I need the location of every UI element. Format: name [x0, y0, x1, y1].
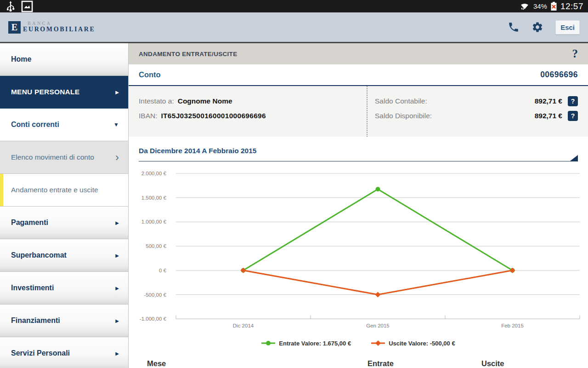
arrow-right-icon: ▶: [115, 220, 119, 225]
logo-euromobiliare-text: EUROMOBILIARE: [23, 26, 95, 33]
sidebar-item-label: Conti correnti: [11, 121, 59, 129]
sidebar-item-andamento-entrate-e-uscite[interactable]: Andamento entrate e uscite: [0, 174, 128, 207]
saldo-disponibile-label: Saldo Disponibile:: [375, 112, 535, 120]
period-divider: [139, 155, 578, 161]
svg-text:1.000,00 €: 1.000,00 €: [141, 219, 167, 224]
sidebar-item-menu-personale[interactable]: MENU PERSONALE▶: [0, 76, 128, 109]
sidebar-item-label: Home: [11, 55, 31, 63]
column-header-uscite: Uscite: [481, 359, 504, 368]
svg-text:-500,00 €: -500,00 €: [144, 292, 166, 298]
saldo-contabile-help-icon[interactable]: ?: [568, 96, 578, 106]
account-row: Conto 00696696: [129, 64, 588, 86]
logout-button[interactable]: Esci: [555, 20, 580, 34]
sidebar-item-finanziamenti[interactable]: Finanziamenti▶: [0, 305, 128, 337]
arrow-right-icon: ▶: [115, 253, 119, 258]
phone-icon[interactable]: [508, 21, 520, 33]
legend-item-uscite: Uscite Valore: -500,00 €: [371, 339, 455, 347]
account-label: Conto: [139, 70, 161, 79]
sidebar-item-label: MENU PERSONALE: [11, 88, 79, 96]
arrow-right-icon: ▶: [115, 318, 119, 323]
chart-legend: Entrate Valore: 1.675,00 €Uscite Valore:…: [129, 339, 588, 347]
saldo-disponibile-value: 892,71 €: [535, 112, 562, 120]
arrow-right-icon: ▶: [115, 90, 119, 95]
sidebar-item-home[interactable]: Home: [0, 43, 128, 76]
arrow-right-icon: ▶: [115, 351, 119, 356]
svg-text:500,00 €: 500,00 €: [146, 243, 166, 249]
period-section: Da Dicembre 2014 A Febbraio 2015: [129, 137, 588, 161]
screenshot-icon: [21, 0, 33, 12]
svg-text:1.500,00 €: 1.500,00 €: [141, 195, 167, 201]
legend-label: Entrate Valore: 1.675,00 €: [279, 340, 351, 347]
holder-label: Intestato a:: [139, 97, 174, 105]
saldo-disponibile-help-icon[interactable]: ?: [568, 111, 578, 121]
status-bar: 34% 12:57: [0, 0, 588, 12]
battery-percent: 34%: [533, 2, 547, 10]
svg-text:0 €: 0 €: [159, 268, 167, 273]
bank-logo: E BANCA EUROMOBILIARE: [8, 21, 95, 34]
sidebar-item-superbancomat[interactable]: Superbancomat▶: [0, 239, 128, 272]
logo-letter: E: [8, 21, 21, 34]
period-title[interactable]: Da Dicembre 2014 A Febbraio 2015: [139, 147, 578, 155]
svg-text:Gen 2015: Gen 2015: [366, 323, 390, 328]
sidebar-item-label: Servizi Personali: [11, 349, 70, 357]
sidebar-item-elenco-movimenti-di-conto[interactable]: Elenco movimenti di conto›: [0, 141, 128, 174]
sidebar: HomeMENU PERSONALE▶Conti correnti▼Elenco…: [0, 43, 129, 368]
balances-column: Saldo Contabile: 892,71 € ? Saldo Dispon…: [367, 86, 588, 137]
svg-text:2.000,00 €: 2.000,00 €: [141, 171, 167, 176]
sidebar-item-label: Superbancomat: [11, 251, 67, 259]
app-header: E BANCA EUROMOBILIARE Esci: [0, 12, 588, 42]
sidebar-item-label: Investimenti: [11, 284, 54, 292]
section-title-bar: ANDAMENTO ENTRATE/USCITE ?: [129, 43, 588, 64]
page-title: ANDAMENTO ENTRATE/USCITE: [139, 51, 237, 58]
column-header-entrate: Entrate: [368, 359, 394, 368]
line-chart[interactable]: 2.000,00 €1.500,00 €1.000,00 €500,00 €0 …: [129, 161, 588, 336]
wifi-icon: [519, 2, 530, 11]
clock: 12:57: [560, 1, 583, 12]
usb-icon: [5, 0, 17, 12]
screen: 34% 12:57 E BANCA EUROMOBILIARE Esc: [0, 0, 588, 368]
sidebar-item-label: Finanziamenti: [11, 316, 60, 325]
collapse-triangle-icon[interactable]: [570, 155, 578, 161]
chevron-down-icon: ▼: [113, 121, 119, 128]
svg-text:Dic 2014: Dic 2014: [233, 323, 254, 328]
sidebar-item-pagamenti[interactable]: Pagamenti▶: [0, 207, 128, 239]
legend-marker-circle-icon: [261, 340, 275, 346]
help-icon[interactable]: ?: [572, 47, 578, 60]
selected-indicator: [0, 174, 3, 206]
sidebar-item-label: Pagamenti: [11, 218, 48, 227]
sidebar-item-servizi-personali[interactable]: Servizi Personali▶: [0, 337, 128, 368]
iban-value: IT65J032500160001000696696: [161, 112, 266, 120]
saldo-contabile-value: 892,71 €: [535, 97, 562, 105]
svg-text:Feb 2015: Feb 2015: [501, 323, 524, 328]
legend-label: Uscite Valore: -500,00 €: [389, 340, 455, 347]
chart-area[interactable]: 2.000,00 €1.500,00 €1.000,00 €500,00 €0 …: [129, 161, 588, 336]
iban-label: IBAN:: [139, 112, 157, 120]
legend-marker-diamond-icon: [371, 340, 385, 346]
settings-gear-icon[interactable]: [531, 21, 543, 33]
saldo-contabile-label: Saldo Contabile:: [375, 97, 535, 105]
holder-name: Cognome Nome: [178, 97, 232, 105]
sidebar-item-investimenti[interactable]: Investimenti▶: [0, 272, 128, 305]
sidebar-item-label: Andamento entrate e uscite: [11, 186, 98, 194]
battery-icon: [550, 1, 557, 11]
svg-text:-1.000,00 €: -1.000,00 €: [140, 316, 167, 322]
sidebar-item-conti-correnti[interactable]: Conti correnti▼: [0, 109, 128, 141]
legend-item-entrate: Entrate Valore: 1.675,00 €: [261, 339, 351, 347]
sidebar-item-label: Elenco movimenti di conto: [11, 153, 94, 161]
account-info-panel: Intestato a: Cognome Nome IBAN: IT65J032…: [129, 86, 588, 137]
column-header-mese: Mese: [147, 359, 166, 368]
account-number: 00696696: [540, 70, 578, 80]
main-content: ANDAMENTO ENTRATE/USCITE ? Conto 0069669…: [129, 43, 588, 368]
arrow-right-icon: ▶: [115, 286, 119, 291]
table-header-row: MeseEntrateUscite: [129, 359, 588, 368]
